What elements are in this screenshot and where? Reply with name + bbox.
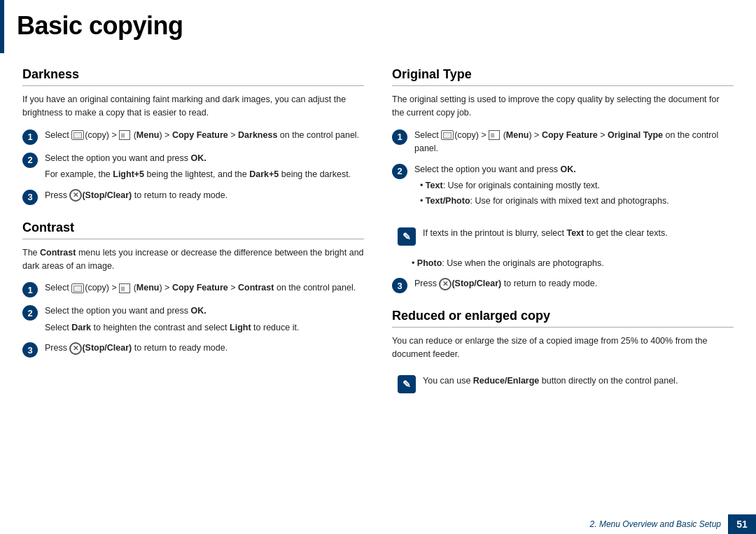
darkness-step-3: 3 Press ✕(Stop/Clear) to return to ready… (22, 189, 364, 205)
ot-bullet-text: Text: Use for originals containing mostl… (420, 179, 734, 192)
ot-step1-content: Select (copy) > (Menu) > Copy Feature > … (414, 129, 734, 156)
step-num-1: 1 (22, 129, 38, 145)
step-num-c2: 2 (22, 305, 38, 321)
copy-icon-c (71, 283, 84, 293)
footer-page-num: 51 (728, 514, 756, 534)
darkness-title: Darkness (22, 67, 364, 86)
ot-note-box: ✎ If texts in the printout is blurry, se… (392, 223, 734, 250)
darkness-step1-content: Select (copy) > (Menu) > Copy Feature > … (45, 129, 364, 142)
right-column: Original Type The original setting is us… (392, 67, 734, 413)
step-num-ot1: 1 (392, 129, 407, 145)
reduced-note-box: ✎ You can use Reduce/Enlarge button dire… (392, 370, 734, 398)
step-num-ot3: 3 (392, 278, 407, 293)
contrast-step-1: 1 Select (copy) > (Menu) > Copy Feature … (22, 281, 364, 297)
darkness-step-2: 2 Select the option you want and press O… (22, 152, 364, 182)
contrast-steps: 1 Select (copy) > (Menu) > Copy Feature … (22, 281, 364, 358)
step-num-2: 2 (22, 153, 38, 168)
contrast-step1-content: Select (copy) > (Menu) > Copy Feature > … (45, 281, 364, 295)
menu-icon-c (119, 283, 130, 293)
note-icon: ✎ (398, 227, 416, 246)
contrast-step-3: 3 Press ✕(Stop/Clear) to return to ready… (22, 342, 364, 358)
page-title: Basic copying (0, 0, 734, 53)
step-num-3: 3 (22, 190, 38, 205)
ot-step2-content: Select the option you want and press OK.… (414, 163, 734, 211)
copy-icon (71, 130, 84, 140)
ot-step-1: 1 Select (copy) > (Menu) > Copy Feature … (392, 129, 734, 156)
menu-icon (119, 130, 130, 140)
original-type-title: Original Type (392, 67, 734, 86)
ot-bullet-list: Text: Use for originals containing mostl… (420, 179, 734, 209)
ot-photo-bullet: Photo: Use when the originals are photog… (406, 257, 734, 270)
darkness-section: Darkness If you have an original contain… (22, 67, 364, 205)
left-column: Darkness If you have an original contain… (22, 67, 364, 413)
copy-icon-ot (441, 130, 454, 140)
darkness-step3-content: Press ✕(Stop/Clear) to return to ready m… (45, 189, 364, 202)
stop-icon-ot: ✕ (439, 278, 451, 290)
menu-icon-ot (489, 130, 500, 140)
original-type-desc: The original setting is used to improve … (392, 93, 734, 120)
reduced-note-text: You can use Reduce/Enlarge button direct… (423, 374, 678, 388)
original-type-steps: 1 Select (copy) > (Menu) > Copy Feature … (392, 129, 734, 211)
contrast-step3-content: Press ✕(Stop/Clear) to return to ready m… (45, 342, 364, 355)
ot-bullet-photo: Photo: Use when the originals are photog… (412, 257, 734, 270)
ot-step3-content: Press ✕(Stop/Clear) to return to ready m… (414, 277, 734, 290)
footer-bar: 2. Menu Overview and Basic Setup 51 (590, 514, 756, 534)
darkness-step-1: 1 Select (copy) > (Menu) > Copy Feature … (22, 129, 364, 145)
ot-step-2: 2 Select the option you want and press O… (392, 163, 734, 211)
reduced-title: Reduced or enlarged copy (392, 309, 734, 328)
ot-step-3: 3 Press ✕(Stop/Clear) to return to ready… (392, 277, 734, 293)
contrast-step-2: 2 Select the option you want and press O… (22, 304, 364, 335)
stop-icon-c: ✕ (69, 342, 82, 355)
ot-note-text: If texts in the printout is blurry, sele… (423, 227, 668, 240)
contrast-desc: The Contrast menu lets you increase or d… (22, 246, 364, 274)
step-num-ot2: 2 (392, 164, 407, 179)
reduced-desc: You can reduce or enlarge the size of a … (392, 335, 734, 362)
stop-icon: ✕ (69, 189, 82, 202)
darkness-step2-content: Select the option you want and press OK.… (45, 152, 364, 182)
original-type-section: Original Type The original setting is us… (392, 67, 734, 293)
ot-bullet-textphoto: Text/Photo: Use for originals with mixed… (420, 195, 734, 208)
darkness-steps: 1 Select (copy) > (Menu) > Copy Feature … (22, 129, 364, 205)
step-num-c3: 3 (22, 342, 38, 358)
contrast-section: Contrast The Contrast menu lets you incr… (22, 220, 364, 358)
step-num-c1: 1 (22, 282, 38, 297)
contrast-title: Contrast (22, 220, 364, 239)
contrast-step2-content: Select the option you want and press OK.… (45, 304, 364, 335)
reduced-note-icon: ✎ (398, 375, 416, 393)
reduced-section: Reduced or enlarged copy You can reduce … (392, 309, 734, 398)
footer-text: 2. Menu Overview and Basic Setup (590, 519, 728, 529)
darkness-desc: If you have an original containing faint… (22, 93, 364, 120)
